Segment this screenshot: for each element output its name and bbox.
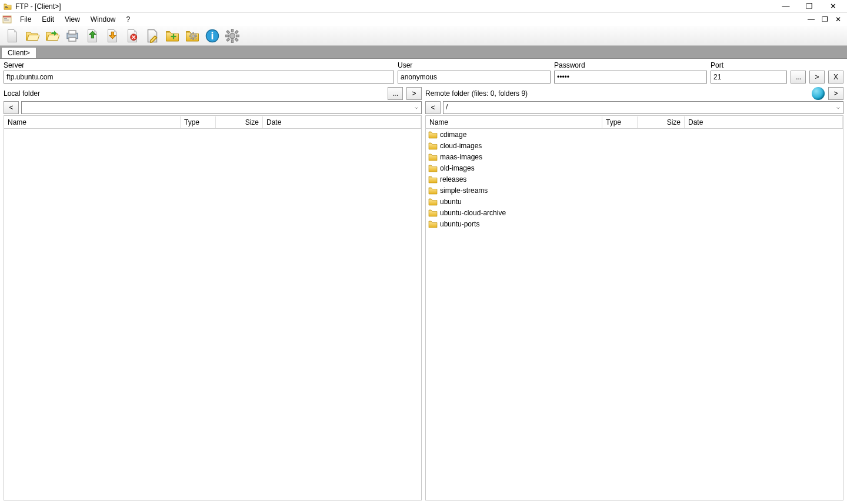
tab-client[interactable]: Client>: [1, 47, 36, 58]
tabbar: Client>: [0, 46, 847, 59]
user-input[interactable]: [398, 71, 551, 84]
menu-edit[interactable]: Edit: [37, 14, 59, 25]
folder-settings-button[interactable]: [184, 27, 201, 45]
edit-file-button[interactable]: [144, 27, 161, 45]
item-name: releases: [440, 175, 605, 183]
user-label: User: [398, 61, 551, 69]
item-name: ubuntu-ports: [440, 220, 605, 228]
remote-path-select[interactable]: /: [443, 101, 843, 114]
item-name: maas-images: [440, 153, 605, 161]
port-input[interactable]: [711, 71, 787, 84]
connection-row: Server User Password Port ... > X: [0, 59, 847, 85]
item-name: cloud-images: [440, 142, 605, 150]
port-label: Port: [711, 61, 787, 69]
local-back-button[interactable]: <: [4, 101, 19, 114]
window-maximize-button[interactable]: ❐: [805, 2, 814, 11]
list-item[interactable]: cloud-images: [426, 140, 843, 151]
folder-icon: [428, 208, 438, 218]
menu-help[interactable]: ?: [122, 14, 135, 25]
settings-button[interactable]: [224, 27, 241, 45]
list-item[interactable]: ubuntu-cloud-archive: [426, 207, 843, 218]
window-close-button[interactable]: ✕: [828, 2, 838, 11]
folder-icon: [428, 141, 438, 151]
titlebar: FTP - [Client>] — ❐ ✕: [0, 0, 847, 13]
password-input[interactable]: [554, 71, 707, 84]
remote-file-list: Name Type Size Date cdimagecloud-imagesm…: [425, 115, 843, 500]
password-label: Password: [554, 61, 707, 69]
server-label: Server: [4, 61, 394, 69]
menu-view[interactable]: View: [60, 14, 85, 25]
new-folder-button[interactable]: [164, 27, 181, 45]
form-icon: [2, 15, 12, 24]
item-name: ubuntu-cloud-archive: [440, 209, 605, 217]
connection-browse-button[interactable]: ...: [791, 71, 806, 84]
list-item[interactable]: maas-images: [426, 151, 843, 162]
window-minimize-button[interactable]: —: [781, 2, 791, 11]
paste-folder-button[interactable]: [44, 27, 61, 45]
remote-back-button[interactable]: <: [425, 101, 441, 114]
menu-window[interactable]: Window: [86, 14, 121, 25]
connection-cancel-button[interactable]: X: [828, 71, 843, 84]
col-size[interactable]: Size: [216, 116, 263, 128]
local-go-button[interactable]: >: [406, 87, 422, 100]
remote-rows: cdimagecloud-imagesmaas-imagesold-images…: [426, 129, 843, 500]
local-browse-button[interactable]: ...: [388, 87, 403, 100]
list-item[interactable]: ubuntu-ports: [426, 218, 843, 229]
child-maximize-button[interactable]: ❐: [822, 15, 828, 24]
folder-icon: [428, 186, 438, 195]
list-item[interactable]: old-images: [426, 162, 843, 173]
info-button[interactable]: [204, 27, 221, 45]
list-item[interactable]: cdimage: [426, 129, 843, 140]
connection-go-button[interactable]: >: [809, 71, 825, 84]
toolbar: [0, 26, 847, 46]
upload-button[interactable]: [84, 27, 101, 45]
folder-icon: [428, 197, 438, 206]
remote-column-headers: Name Type Size Date: [426, 116, 843, 129]
folder-icon: [428, 163, 438, 173]
child-close-button[interactable]: ✕: [835, 15, 841, 24]
item-name: cdimage: [440, 131, 605, 139]
col-date[interactable]: Date: [685, 116, 843, 128]
folder-icon: [428, 130, 438, 139]
col-type[interactable]: Type: [181, 116, 216, 128]
local-path-select[interactable]: [21, 101, 422, 114]
list-item[interactable]: releases: [426, 173, 843, 185]
remote-folder-label: Remote folder (files: 0, folders 9): [425, 89, 808, 98]
child-minimize-button[interactable]: —: [808, 15, 815, 24]
print-button[interactable]: [64, 27, 81, 45]
open-folder-button[interactable]: [24, 27, 41, 45]
local-folder-label: Local folder: [4, 89, 384, 98]
local-column-headers: Name Type Size Date: [4, 116, 421, 129]
folder-icon: [428, 219, 438, 229]
menu-file[interactable]: File: [15, 14, 36, 25]
col-name[interactable]: Name: [4, 116, 181, 128]
remote-go-button[interactable]: >: [828, 87, 843, 100]
folder-icon: [428, 152, 438, 162]
folder-icon: [428, 175, 438, 184]
server-input[interactable]: [4, 71, 394, 84]
delete-file-button[interactable]: [124, 27, 141, 45]
item-name: ubuntu: [440, 198, 605, 206]
col-date[interactable]: Date: [263, 116, 421, 128]
globe-icon: [812, 87, 825, 100]
col-size[interactable]: Size: [638, 116, 685, 128]
app-icon: [4, 2, 12, 11]
file-lists: Name Type Size Date Name Type Size Date …: [0, 115, 847, 504]
download-button[interactable]: [104, 27, 121, 45]
window-title: FTP - [Client>]: [15, 2, 781, 11]
col-type[interactable]: Type: [602, 116, 638, 128]
local-rows: [4, 129, 421, 500]
list-item[interactable]: simple-streams: [426, 185, 843, 196]
item-name: old-images: [440, 164, 605, 172]
local-file-list: Name Type Size Date: [4, 115, 422, 500]
folder-header-row: Local folder ... > < Remote folder (file…: [0, 85, 847, 115]
list-item[interactable]: ubuntu: [426, 196, 843, 207]
new-file-button[interactable]: [4, 27, 21, 45]
col-name[interactable]: Name: [426, 116, 602, 128]
item-name: simple-streams: [440, 186, 605, 195]
menubar: File Edit View Window ? — ❐ ✕: [0, 13, 847, 26]
